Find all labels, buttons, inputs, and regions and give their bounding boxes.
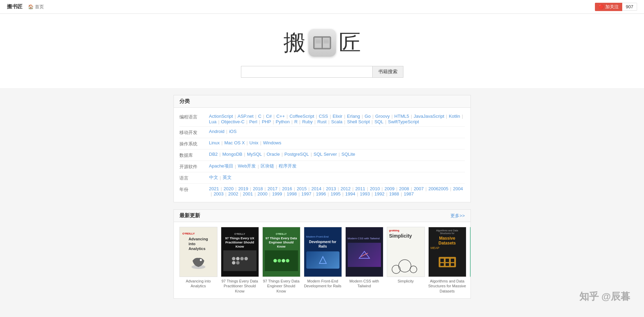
lang-kotlin[interactable]: Kotlin <box>449 114 460 119</box>
cat-label-language: 语言 <box>179 174 204 181</box>
oss-progdev[interactable]: 程序开发 <box>279 163 297 169</box>
lang-lua[interactable]: Lua <box>209 119 217 124</box>
lang-ruby[interactable]: Ruby <box>302 119 312 124</box>
book-item-3[interactable]: O'REILLY 97 Things Every Data Engineer S… <box>262 227 300 294</box>
lang-go[interactable]: Go <box>365 114 371 119</box>
lang-php[interactable]: PHP <box>262 119 271 124</box>
category-section-header: 分类 <box>174 95 470 108</box>
year-2012[interactable]: 2012 <box>340 186 351 191</box>
lang-csharp[interactable]: C# <box>266 114 272 119</box>
lang-actionscript[interactable]: ActionScript <box>209 114 233 119</box>
svg-point-18 <box>410 266 417 273</box>
year-1999[interactable]: 1999 <box>272 191 282 196</box>
lang-sql[interactable]: SQL <box>374 119 383 124</box>
db-postgresql[interactable]: PostgreSQL <box>284 152 309 157</box>
os-unix[interactable]: Unix <box>250 140 259 145</box>
nav-home[interactable]: 🏠 首页 <box>28 4 44 10</box>
year-2002[interactable]: 2002 <box>228 191 238 196</box>
year-2001[interactable]: 2001 <box>243 191 253 196</box>
lang-rust[interactable]: Rust <box>317 119 327 124</box>
os-macosx[interactable]: Mac OS X <box>224 140 245 145</box>
year-2015[interactable]: 2015 <box>297 186 307 191</box>
lang-scala[interactable]: Scala <box>331 119 343 124</box>
year-2010[interactable]: 2010 <box>370 186 380 191</box>
book-item-8[interactable]: Let's Go Further! <box>470 227 470 294</box>
lang-java[interactable]: Java <box>414 114 423 119</box>
year-2006[interactable]: 2006 <box>428 186 438 191</box>
year-2004[interactable]: 2004 <box>453 186 463 191</box>
svg-rect-25 <box>451 263 454 266</box>
lang-r[interactable]: R <box>294 119 297 124</box>
lang-elixir[interactable]: Elixir <box>333 114 342 119</box>
db-db2[interactable]: DB2 <box>209 152 218 157</box>
year-2017[interactable]: 2017 <box>268 186 278 191</box>
more-link[interactable]: 更多>> <box>450 213 465 219</box>
year-2014[interactable]: 2014 <box>311 186 321 191</box>
category-row-mobile: 移动开发 Android| iOS <box>179 127 465 138</box>
search-button[interactable]: 书籍搜索 <box>372 66 403 78</box>
lang-python[interactable]: Python <box>276 119 290 124</box>
book-item-5[interactable]: Modern CSS with Tailwind Modern CSS with… <box>345 227 383 294</box>
top-nav: 搬书匠 🏠 首页 🔴 加关注 907 <box>0 0 644 14</box>
lang-cpp[interactable]: C++ <box>276 114 285 119</box>
lang-css[interactable]: CSS <box>319 114 328 119</box>
year-2018[interactable]: 2018 <box>253 186 263 191</box>
year-2009[interactable]: 2009 <box>384 186 394 191</box>
year-2019[interactable]: 2019 <box>238 186 248 191</box>
os-linux[interactable]: Linux <box>209 140 220 145</box>
year-2016[interactable]: 2016 <box>282 186 292 191</box>
lang-perl[interactable]: Perl <box>249 119 257 124</box>
follow-button[interactable]: 🔴 加关注 <box>595 3 622 11</box>
oss-blockchain[interactable]: 区块链 <box>261 163 274 169</box>
os-windows[interactable]: Windows <box>263 140 281 145</box>
year-1995[interactable]: 1995 <box>330 191 340 196</box>
lang-html5[interactable]: HTML5 <box>394 114 409 119</box>
lang-chinese[interactable]: 中文 <box>209 174 218 181</box>
oss-apache[interactable]: Apache项目 <box>209 163 233 169</box>
db-mysql[interactable]: MySQL <box>247 152 262 157</box>
year-1987[interactable]: 1987 <box>404 191 414 196</box>
year-2021[interactable]: 2021 <box>209 186 219 191</box>
lang-swift[interactable]: Swift <box>388 119 398 124</box>
year-1997[interactable]: 1997 <box>301 191 311 196</box>
year-1988[interactable]: 1988 <box>389 191 399 196</box>
year-1994[interactable]: 1994 <box>345 191 355 196</box>
lang-objectivec[interactable]: Objective-C <box>221 119 245 124</box>
lang-typescript[interactable]: TypeScript <box>398 119 419 124</box>
db-mongodb[interactable]: MongoDB <box>222 152 242 157</box>
year-2011[interactable]: 2011 <box>355 186 365 191</box>
oss-webdev[interactable]: Web开发 <box>238 163 256 169</box>
year-1996[interactable]: 1996 <box>316 191 326 196</box>
book-item-7[interactable]: Algorithms and Data Structures for Massi… <box>428 227 466 294</box>
lang-english[interactable]: 英文 <box>223 174 232 181</box>
year-2000[interactable]: 2000 <box>258 191 268 196</box>
year-1998[interactable]: 1998 <box>287 191 297 196</box>
lang-shellscript[interactable]: Shell Script <box>347 119 370 124</box>
lang-javascript[interactable]: JavaScript <box>423 114 444 119</box>
book-item-2[interactable]: O'REILLY 97 Things Every UX Practitioner… <box>221 227 259 294</box>
book-item-4[interactable]: Modern Front-End Development for Rails M… <box>304 227 342 294</box>
nav-left: 搬书匠 🏠 首页 <box>7 3 44 10</box>
db-sqlite[interactable]: SQLite <box>342 152 355 157</box>
lang-aspnet[interactable]: ASP.net <box>237 114 253 119</box>
year-1992[interactable]: 1992 <box>374 191 384 196</box>
db-sqlserver[interactable]: SQL Server <box>314 152 337 157</box>
search-input[interactable] <box>241 66 372 78</box>
lang-c[interactable]: C <box>258 114 261 119</box>
book-item-1[interactable]: O'REILLY AdvancingintoAnalytics Advancin… <box>179 227 217 294</box>
lang-groovy[interactable]: Groovy <box>375 114 390 119</box>
book-item-6[interactable]: grokking Simplicity Simplicity <box>387 227 425 294</box>
latest-section: 最新更新 更多>> O'REILLY AdvancingintoAnalytic… <box>174 209 471 299</box>
year-2013[interactable]: 2013 <box>326 186 336 191</box>
mobile-ios[interactable]: iOS <box>229 129 237 134</box>
year-1993[interactable]: 1993 <box>360 191 370 196</box>
lang-erlang[interactable]: Erlang <box>347 114 360 119</box>
year-2020[interactable]: 2020 <box>224 186 234 191</box>
mobile-android[interactable]: Android <box>209 129 225 134</box>
year-2008[interactable]: 2008 <box>399 186 409 191</box>
db-oracle[interactable]: Oracle <box>267 152 280 157</box>
lang-coffeescript[interactable]: CoffeeScript <box>289 114 314 119</box>
year-2003[interactable]: 2003 <box>214 191 224 196</box>
year-2007[interactable]: 2007 <box>414 186 424 191</box>
year-2005[interactable]: 2005 <box>438 186 448 191</box>
